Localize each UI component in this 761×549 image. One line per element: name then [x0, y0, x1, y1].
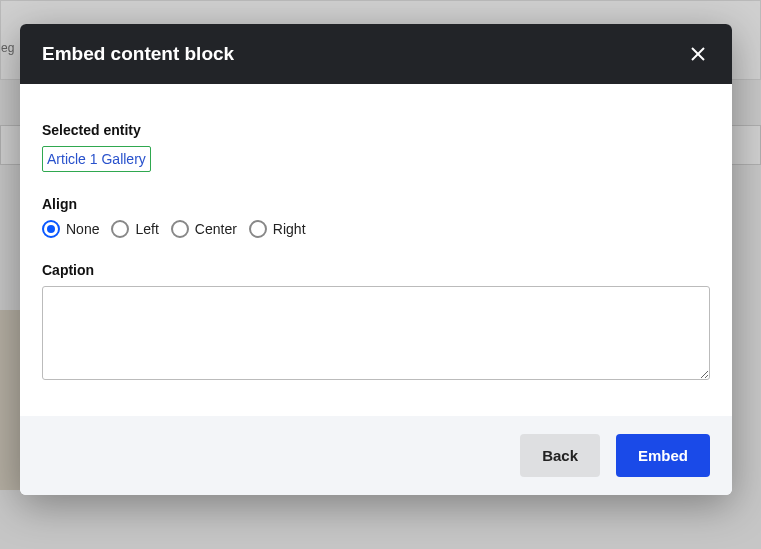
align-option-center[interactable]: Center	[171, 220, 237, 238]
embed-content-modal: Embed content block Selected entity Arti…	[20, 24, 732, 495]
modal-body: Selected entity Article 1 Gallery Align …	[20, 84, 732, 416]
back-button[interactable]: Back	[520, 434, 600, 477]
align-option-right[interactable]: Right	[249, 220, 306, 238]
modal-header: Embed content block	[20, 24, 732, 84]
selected-entity-box: Article 1 Gallery	[42, 146, 151, 172]
align-option-label: Center	[195, 221, 237, 237]
radio-icon	[171, 220, 189, 238]
embed-button[interactable]: Embed	[616, 434, 710, 477]
radio-icon	[111, 220, 129, 238]
radio-icon	[249, 220, 267, 238]
caption-input[interactable]	[42, 286, 710, 380]
caption-label: Caption	[42, 262, 710, 278]
caption-field: Caption	[42, 262, 710, 384]
align-option-label: Right	[273, 221, 306, 237]
align-label: Align	[42, 196, 710, 212]
align-radio-group: None Left Center Right	[42, 220, 710, 238]
align-option-left[interactable]: Left	[111, 220, 158, 238]
radio-icon	[42, 220, 60, 238]
align-option-label: Left	[135, 221, 158, 237]
selected-entity-link[interactable]: Article 1 Gallery	[47, 151, 146, 167]
align-option-none[interactable]: None	[42, 220, 99, 238]
selected-entity-label: Selected entity	[42, 122, 710, 138]
close-button[interactable]	[686, 42, 710, 66]
modal-title: Embed content block	[42, 43, 234, 65]
selected-entity-field: Selected entity Article 1 Gallery	[42, 122, 710, 172]
align-field: Align None Left Center Right	[42, 196, 710, 238]
close-icon	[691, 47, 705, 61]
align-option-label: None	[66, 221, 99, 237]
modal-footer: Back Embed	[20, 416, 732, 495]
